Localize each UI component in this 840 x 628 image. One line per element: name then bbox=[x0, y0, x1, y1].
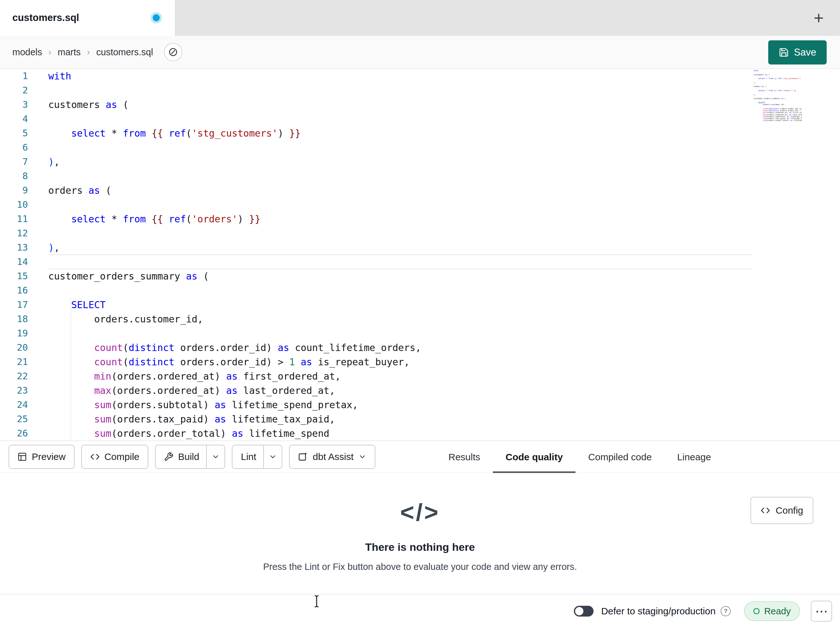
tab-code-quality[interactable]: Code quality bbox=[493, 441, 575, 473]
code-text: SELECT bbox=[28, 297, 106, 312]
line-number: 15 bbox=[0, 269, 28, 283]
code-text bbox=[28, 141, 48, 155]
breadcrumb-separator: › bbox=[87, 47, 90, 57]
code-text bbox=[28, 226, 48, 240]
line-number: 21 bbox=[0, 355, 28, 369]
status-bar: Defer to staging/production ? Ready ⋯ bbox=[0, 594, 840, 628]
results-tab-strip: Results Code quality Compiled code Linea… bbox=[436, 441, 724, 473]
more-options-button[interactable]: ⋯ bbox=[811, 601, 832, 622]
code-line[interactable]: 14 bbox=[0, 255, 840, 269]
code-line[interactable]: 11 select * from {{ ref('orders') }} bbox=[0, 212, 840, 226]
code-area: 1with23customers as (45 select * from {{… bbox=[0, 69, 840, 441]
build-dropdown-button[interactable] bbox=[206, 445, 224, 468]
breadcrumb-item-marts[interactable]: marts bbox=[58, 47, 81, 57]
status-bar-right: Defer to staging/production ? Ready ⋯ bbox=[574, 594, 832, 628]
status-ready-badge[interactable]: Ready bbox=[744, 601, 800, 621]
tab-results[interactable]: Results bbox=[436, 441, 493, 473]
code-text: select * from {{ ref('stg_customers') }} bbox=[28, 126, 301, 141]
preview-button[interactable]: Preview bbox=[9, 445, 75, 469]
code-line[interactable]: 20 count(distinct orders.order_id) as co… bbox=[0, 340, 840, 355]
lint-dropdown-button[interactable] bbox=[263, 445, 282, 468]
code-line[interactable]: 19 bbox=[0, 326, 840, 340]
code-text: customer_orders_summary as ( bbox=[28, 269, 209, 283]
build-button[interactable]: Build bbox=[156, 445, 207, 468]
file-action-button[interactable] bbox=[164, 43, 182, 61]
line-number: 5 bbox=[0, 126, 28, 141]
code-text: select * from {{ ref('orders') }} bbox=[28, 212, 261, 226]
wrench-icon bbox=[164, 452, 174, 462]
tab-lineage[interactable]: Lineage bbox=[665, 441, 724, 473]
line-number: 24 bbox=[0, 398, 28, 412]
save-button[interactable]: Save bbox=[768, 40, 827, 65]
code-text: ), bbox=[28, 240, 60, 255]
code-line[interactable]: 24 sum(orders.subtotal) as lifetime_spen… bbox=[0, 398, 840, 412]
code-line[interactable]: 17 SELECT bbox=[0, 297, 840, 312]
line-number: 17 bbox=[0, 297, 28, 312]
code-line[interactable]: 1with bbox=[0, 69, 840, 83]
code-line[interactable]: 3customers as ( bbox=[0, 98, 840, 112]
code-line[interactable]: 15customer_orders_summary as ( bbox=[0, 269, 840, 283]
line-number: 22 bbox=[0, 369, 28, 383]
tab-customers-sql[interactable]: customers.sql bbox=[0, 0, 175, 36]
code-line[interactable]: 2 bbox=[0, 83, 840, 98]
compile-button[interactable]: Compile bbox=[81, 445, 148, 469]
save-button-label: Save bbox=[794, 47, 816, 58]
code-line[interactable]: 12 bbox=[0, 226, 840, 240]
lint-button[interactable]: Lint bbox=[232, 445, 263, 468]
code-text: with bbox=[28, 69, 71, 83]
chevron-down-icon bbox=[212, 452, 220, 461]
line-number: 4 bbox=[0, 112, 28, 126]
code-quality-panel: Config </> There is nothing here Press t… bbox=[0, 473, 840, 594]
code-line[interactable]: 18 orders.customer_id, bbox=[0, 312, 840, 326]
minimap-line: sum(orders.order_total) as lifetime_spen… bbox=[754, 119, 802, 121]
code-editor[interactable]: 1with23customers as (45 select * from {{… bbox=[0, 69, 840, 441]
chevron-down-icon bbox=[358, 452, 366, 461]
code-line[interactable]: 26 sum(orders.order_total) as lifetime_s… bbox=[0, 426, 840, 441]
code-line[interactable]: 4 bbox=[0, 112, 840, 126]
minimap-line: select * from {{ ref('orders') }} bbox=[754, 90, 802, 92]
code-text: max(orders.ordered_at) as last_ordered_a… bbox=[28, 383, 335, 398]
lint-split-button: Lint bbox=[232, 445, 282, 469]
minimap[interactable]: withcustomers as ( select * from {{ ref(… bbox=[754, 70, 802, 146]
line-number: 6 bbox=[0, 141, 28, 155]
code-line[interactable]: 21 count(distinct orders.order_id) > 1 a… bbox=[0, 355, 840, 369]
help-icon[interactable]: ? bbox=[721, 606, 731, 616]
breadcrumb-item-file[interactable]: customers.sql bbox=[96, 47, 153, 57]
breadcrumb-separator: › bbox=[49, 47, 51, 57]
unsaved-changes-dot bbox=[153, 14, 160, 21]
breadcrumb-item-models[interactable]: models bbox=[13, 47, 42, 57]
code-line[interactable]: 9orders as ( bbox=[0, 183, 840, 198]
line-number: 10 bbox=[0, 198, 28, 212]
code-line[interactable]: 16 bbox=[0, 283, 840, 297]
code-text: count(distinct orders.order_id) > 1 as i… bbox=[28, 355, 410, 369]
line-number: 16 bbox=[0, 283, 28, 297]
code-text: sum(orders.order_total) as lifetime_spen… bbox=[28, 426, 329, 441]
code-line[interactable]: 13), bbox=[0, 240, 840, 255]
breadcrumb: models › marts › customers.sql bbox=[0, 36, 840, 69]
compile-button-label: Compile bbox=[104, 451, 139, 462]
dbt-assist-button[interactable]: dbt Assist bbox=[289, 445, 376, 469]
line-number: 14 bbox=[0, 255, 28, 269]
code-text bbox=[28, 112, 48, 126]
defer-toggle[interactable] bbox=[574, 606, 594, 617]
code-text: ), bbox=[28, 155, 60, 169]
line-number: 1 bbox=[0, 69, 28, 83]
code-line[interactable]: 6 bbox=[0, 141, 840, 155]
save-icon bbox=[779, 47, 789, 57]
code-line[interactable]: 10 bbox=[0, 198, 840, 212]
code-line[interactable]: 5 select * from {{ ref('stg_customers') … bbox=[0, 126, 840, 141]
code-text bbox=[28, 169, 48, 183]
tab-compiled-code[interactable]: Compiled code bbox=[575, 441, 665, 473]
code-line[interactable]: 7), bbox=[0, 155, 840, 169]
line-number: 18 bbox=[0, 312, 28, 326]
code-line[interactable]: 22 min(orders.ordered_at) as first_order… bbox=[0, 369, 840, 383]
line-number: 19 bbox=[0, 326, 28, 340]
new-tab-button[interactable]: + bbox=[807, 0, 831, 36]
tab-bar: customers.sql + bbox=[0, 0, 840, 36]
code-line[interactable]: 8 bbox=[0, 169, 840, 183]
code-line[interactable]: 23 max(orders.ordered_at) as last_ordere… bbox=[0, 383, 840, 398]
defer-label: Defer to staging/production bbox=[601, 606, 715, 617]
code-line[interactable]: 25 sum(orders.tax_paid) as lifetime_tax_… bbox=[0, 412, 840, 426]
code-text: orders.customer_id, bbox=[28, 312, 203, 326]
editor-toolbar: Preview Compile Build Lint bbox=[0, 441, 840, 473]
